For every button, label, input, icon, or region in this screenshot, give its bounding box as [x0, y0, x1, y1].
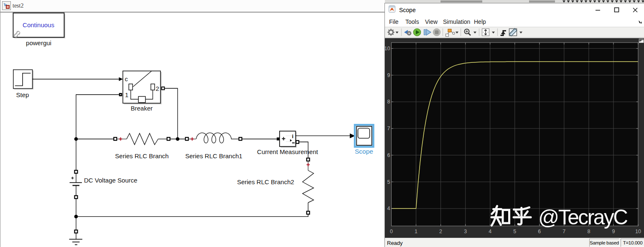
svg-text:8: 8 — [587, 229, 590, 234]
svg-text:Step: Step — [16, 91, 29, 98]
svg-text:10: 10 — [635, 229, 641, 234]
svg-text:i: i — [292, 133, 294, 139]
svg-text:Series RLC Branch1: Series RLC Branch1 — [185, 152, 242, 160]
svg-text:9: 9 — [387, 72, 390, 78]
svg-text:10: 10 — [385, 46, 390, 51]
svg-text:6: 6 — [387, 152, 390, 158]
svg-text:Scope: Scope — [355, 148, 373, 155]
svg-text:2: 2 — [439, 229, 442, 234]
svg-text:0: 0 — [390, 229, 393, 234]
svg-text:1: 1 — [415, 229, 417, 234]
svg-text:DC Voltage Source: DC Voltage Source — [84, 177, 137, 184]
svg-text:5: 5 — [513, 229, 516, 234]
svg-text:8: 8 — [387, 99, 390, 105]
svg-text:7: 7 — [563, 229, 565, 234]
svg-text:6: 6 — [538, 229, 541, 234]
svg-text:7: 7 — [387, 126, 390, 131]
svg-text:5: 5 — [387, 179, 390, 185]
svg-text:Series RLC Branch: Series RLC Branch — [115, 152, 168, 160]
svg-text:Series RLC Branch2: Series RLC Branch2 — [237, 178, 294, 185]
svg-text:9: 9 — [612, 229, 615, 234]
svg-text:4: 4 — [489, 229, 491, 234]
svg-text:2: 2 — [156, 85, 159, 92]
svg-text:Continuous: Continuous — [23, 21, 54, 28]
svg-text:@TecrayC: @TecrayC — [538, 206, 628, 229]
svg-text:Current Measurement: Current Measurement — [257, 148, 318, 155]
svg-text:Breaker: Breaker — [131, 105, 153, 112]
svg-text:powergui: powergui — [26, 39, 51, 46]
svg-text:3: 3 — [464, 229, 467, 234]
svg-text:c: c — [125, 75, 128, 82]
svg-text:1: 1 — [125, 91, 128, 98]
svg-text:4: 4 — [387, 206, 390, 211]
